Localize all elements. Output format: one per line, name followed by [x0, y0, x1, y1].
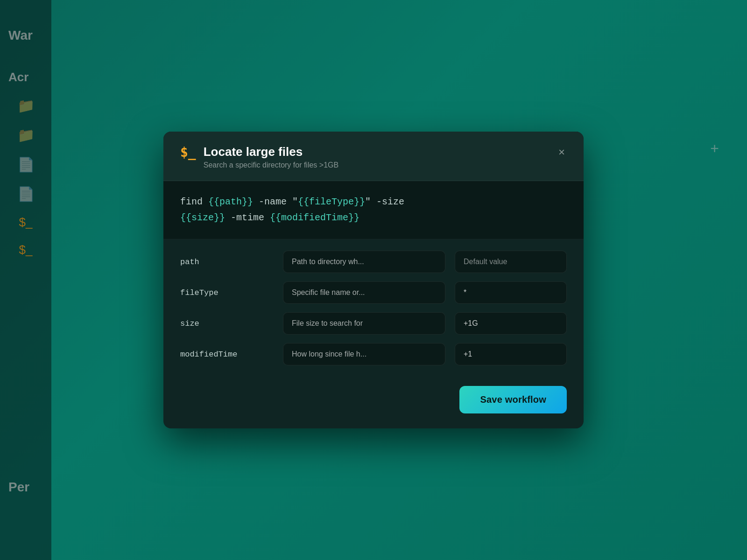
param-name-path: path [180, 258, 274, 266]
code-mtime: -mtime [225, 212, 270, 223]
params-section: path Path to directory wh... Default val… [163, 239, 584, 380]
param-row-size: size File size to search for +1G [180, 312, 567, 335]
param-name-modifiedtime: modifiedTime [180, 350, 274, 359]
modal-title: Locate large files [204, 145, 338, 159]
param-default-modifiedtime[interactable]: +1 [455, 343, 567, 365]
param-name-filetype: fileType [180, 288, 274, 297]
modal-title-block: Locate large files Search a specific dir… [204, 145, 338, 169]
param-name-size: size [180, 319, 274, 328]
code-var-filetype: {{fileType}} [298, 196, 365, 207]
param-description-path[interactable]: Path to directory wh... [283, 251, 445, 273]
param-row-filetype: fileType Specific file name or... * [180, 281, 567, 304]
code-size-flag: " -size [365, 196, 404, 207]
modal-dialog: $_ Locate large files Search a specific … [163, 132, 584, 428]
param-default-size[interactable]: +1G [455, 312, 567, 335]
modal-subtitle: Search a specific directory for files >1… [204, 161, 338, 169]
modal-overlay: $_ Locate large files Search a specific … [0, 0, 747, 560]
code-name: -name " [253, 196, 298, 207]
code-var-size: {{size}} [180, 212, 225, 223]
param-default-path[interactable]: Default value [455, 251, 567, 273]
param-default-filetype[interactable]: * [455, 281, 567, 304]
param-row-modifiedtime: modifiedTime How long since file h... +1 [180, 343, 567, 365]
modal-header: $_ Locate large files Search a specific … [163, 132, 584, 181]
code-var-path: {{path}} [208, 196, 253, 207]
param-description-size[interactable]: File size to search for [283, 312, 445, 335]
save-workflow-button[interactable]: Save workflow [459, 386, 567, 413]
modal-header-left: $_ Locate large files Search a specific … [180, 145, 338, 169]
param-row-path: path Path to directory wh... Default val… [180, 251, 567, 273]
code-var-mtime: {{modifiedTime}} [270, 212, 359, 223]
terminal-icon: $_ [180, 146, 196, 160]
close-button[interactable]: × [557, 145, 567, 160]
param-description-modifiedtime[interactable]: How long since file h... [283, 343, 445, 365]
code-block: find {{path}} -name "{{fileType}}" -size… [163, 181, 584, 239]
param-description-filetype[interactable]: Specific file name or... [283, 281, 445, 304]
modal-footer: Save workflow [163, 380, 584, 428]
code-find: find [180, 196, 208, 207]
